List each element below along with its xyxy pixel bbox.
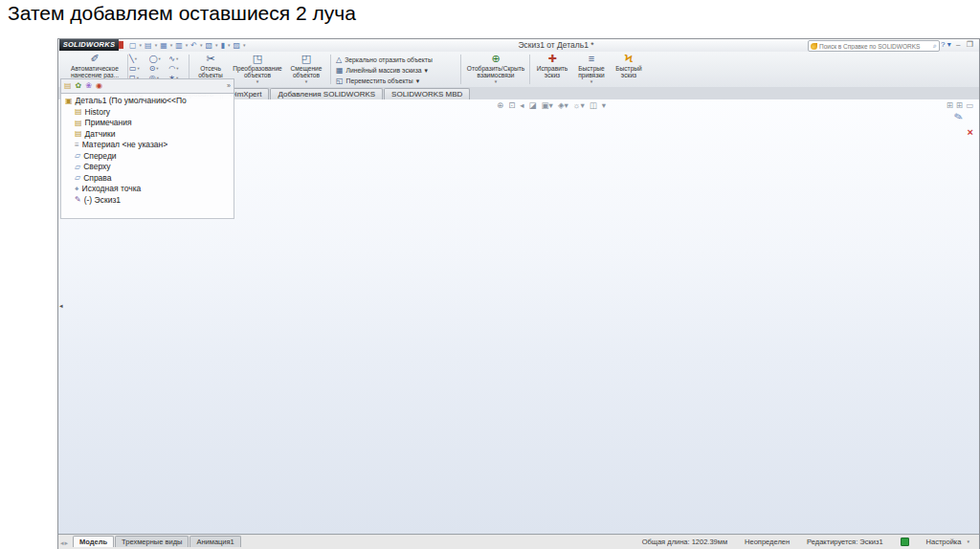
doc-tab-анимация1[interactable]: Анимация1 bbox=[189, 536, 240, 547]
tree-item[interactable]: ▤History bbox=[63, 107, 234, 119]
display-style-icon[interactable]: ◈▾ bbox=[558, 100, 568, 110]
scene-icon[interactable]: ▾ bbox=[602, 100, 606, 110]
sketch-entity-button[interactable]: ▭▾ bbox=[129, 64, 147, 73]
tree-item[interactable]: ⌖Исходная точка bbox=[63, 184, 234, 195]
selection-icon[interactable]: ▧ bbox=[206, 41, 213, 50]
dropdown-icon[interactable]: ▾ bbox=[425, 67, 428, 75]
options-icon[interactable]: ▨ bbox=[234, 41, 241, 50]
propertymanager-tab-icon[interactable]: ✿ bbox=[76, 82, 82, 90]
move-icon: ◱ bbox=[336, 77, 344, 85]
units-dropdown-icon[interactable]: ▾ bbox=[967, 538, 969, 544]
quick-snaps-button[interactable]: ≡ Быстрые привязки ▾ bbox=[573, 54, 610, 84]
tree-item[interactable]: ▱Сверху bbox=[63, 162, 234, 173]
print-icon[interactable]: ▥ bbox=[175, 41, 183, 50]
viewport-buttons: ⊞⊞▭ bbox=[947, 100, 973, 110]
dropdown-icon[interactable]: ▾ bbox=[186, 42, 189, 48]
viewport-single-icon[interactable]: ▭ bbox=[966, 100, 973, 110]
help-search-box[interactable]: Поиск в Справке по SOLIDWORKS ⌕ bbox=[808, 40, 940, 52]
dropdown-icon[interactable]: ▾ bbox=[155, 42, 158, 48]
convert-entities-button[interactable]: ◳ Преобразование объектов ▾ bbox=[232, 54, 283, 84]
tree-item[interactable]: ▱Справа bbox=[63, 173, 234, 185]
mirror-entities-button[interactable]: △ Зеркально отразить объекты bbox=[336, 55, 433, 64]
tab-solidworks-mbd[interactable]: SOLIDWORKS MBD bbox=[384, 88, 470, 99]
open-icon[interactable]: ▤ bbox=[145, 41, 152, 50]
dropdown-icon[interactable]: ▾ bbox=[200, 42, 203, 48]
zoom-fit-icon[interactable]: ⊕ bbox=[497, 100, 503, 110]
cancel-sketch-icon[interactable]: × bbox=[968, 126, 973, 138]
undo-icon[interactable]: ↶ bbox=[190, 41, 197, 50]
tab-scroll-icons[interactable]: ◂▸ bbox=[60, 539, 69, 547]
dropdown-icon[interactable]: ▾ bbox=[170, 42, 173, 48]
linear-pattern-button[interactable]: ▦ Линейный массив эскиза ▾ bbox=[336, 66, 428, 75]
dropdown-icon[interactable]: ▾ bbox=[305, 79, 308, 84]
dropdown-icon[interactable]: ▾ bbox=[140, 42, 143, 48]
sketch-entity-button[interactable]: ⊙▾ bbox=[149, 64, 167, 73]
sketch-entity-button[interactable]: ◠▾ bbox=[168, 64, 187, 73]
panel-expand-icon[interactable]: » bbox=[227, 82, 231, 90]
edit-appearance-icon[interactable]: ◫ bbox=[590, 100, 597, 110]
status-units[interactable]: Настройка bbox=[926, 538, 962, 546]
search-icon[interactable]: ⌕ bbox=[933, 42, 937, 50]
viewport-split-icon[interactable]: ⊞ bbox=[947, 100, 953, 110]
relations-icon: ⊕ bbox=[491, 54, 500, 64]
doc-tab-модель[interactable]: Модель bbox=[73, 536, 114, 547]
dimxpert-tab-icon[interactable]: ◉ bbox=[96, 82, 102, 90]
dropdown-icon[interactable]: ▾ bbox=[590, 79, 593, 84]
panel-collapse-icon[interactable]: ◂ bbox=[59, 302, 63, 310]
exit-sketch-icon[interactable]: ✎ bbox=[952, 110, 964, 124]
view-orientation-icon[interactable]: ▣▾ bbox=[542, 100, 553, 110]
ribbon-separator bbox=[460, 55, 461, 84]
tree-item-label: Спереди bbox=[83, 151, 116, 163]
display-relations-button[interactable]: ⊕ Отобразить/Скрыть взаимосвязи ▾ bbox=[466, 54, 525, 84]
help-button[interactable]: ? ▾ bbox=[941, 40, 951, 49]
search-input[interactable]: Поиск в Справке по SOLIDWORKS bbox=[819, 43, 931, 50]
dropdown-icon[interactable]: ▾ bbox=[256, 79, 259, 84]
featuremanager-tab-icon[interactable]: ▤ bbox=[64, 82, 72, 90]
move-entities-button[interactable]: ◱ Переместить объекты ▾ bbox=[336, 77, 419, 85]
offset-entities-button[interactable]: ◰ Смещение объектов ▾ bbox=[285, 54, 327, 84]
window-controls[interactable]: – ❐ bbox=[956, 40, 975, 49]
configuration-tab-icon[interactable]: ❀ bbox=[85, 82, 92, 90]
dropdown-icon[interactable]: ▾ bbox=[156, 64, 158, 73]
tree-item-icon: ▱ bbox=[75, 174, 80, 182]
doc-tab-трехмерные виды[interactable]: Трехмерные виды bbox=[115, 536, 189, 547]
dropdown-icon[interactable]: ▾ bbox=[215, 42, 218, 48]
dropdown-icon[interactable]: ▾ bbox=[138, 64, 140, 73]
tree-item[interactable]: ▱Спереди bbox=[63, 151, 234, 163]
offset-icon: ◰ bbox=[301, 54, 311, 64]
sketch-indicator-icon[interactable] bbox=[901, 538, 909, 546]
section-view-icon[interactable]: ◪ bbox=[529, 100, 537, 110]
new-icon[interactable]: ▢ bbox=[129, 41, 137, 50]
dropdown-icon[interactable]: ▾ bbox=[495, 79, 498, 84]
tree-item-label: History bbox=[85, 107, 110, 119]
sketch-entity-button[interactable]: ∿▾ bbox=[168, 55, 187, 63]
tab-добавления-solidworks[interactable]: Добавления SOLIDWORKS bbox=[270, 88, 383, 99]
dropdown-icon[interactable]: ▾ bbox=[243, 42, 246, 48]
dropdown-icon[interactable]: ▾ bbox=[135, 55, 137, 63]
tree-item-label: Материал <не указан> bbox=[82, 140, 168, 151]
repair-sketch-button[interactable]: ✚ Исправить эскиз bbox=[533, 54, 571, 78]
dropdown-icon[interactable]: ▾ bbox=[176, 64, 178, 73]
previous-view-icon[interactable]: ◂ bbox=[520, 100, 523, 110]
hide-show-items-icon[interactable]: ☼▾ bbox=[573, 100, 585, 110]
snaps-icon: ≡ bbox=[589, 54, 594, 64]
dropdown-icon[interactable]: ▾ bbox=[176, 55, 178, 63]
save-icon[interactable]: ▦ bbox=[160, 41, 167, 50]
rapid-sketch-button[interactable]: Ϟ Быстрый эскиз bbox=[612, 54, 646, 78]
tree-item[interactable]: ▤Датчики bbox=[63, 129, 234, 141]
tree-item[interactable]: ▤Примечания bbox=[63, 118, 234, 129]
viewport-grid-icon[interactable]: ⊞ bbox=[956, 100, 963, 110]
panel-tabs: ▤✿❀◉» bbox=[60, 78, 234, 94]
tree-item[interactable]: ▣Деталь1 (По умолчанию<<По bbox=[63, 96, 234, 107]
sketch-entity-button[interactable]: ◯▾ bbox=[149, 55, 167, 63]
dropdown-icon[interactable]: ▾ bbox=[416, 77, 419, 85]
appearance-icon[interactable]: ▮ bbox=[221, 41, 225, 50]
tree-item-icon: ≡ bbox=[75, 142, 79, 149]
tree-item[interactable]: ✎(-) Эскиз1 bbox=[63, 195, 234, 207]
dropdown-icon[interactable]: ▾ bbox=[228, 42, 231, 48]
zoom-area-icon[interactable]: ⊡ bbox=[508, 100, 515, 110]
sketch-entity-button[interactable]: ╲▾ bbox=[129, 55, 147, 63]
dropdown-icon[interactable]: ▾ bbox=[159, 55, 161, 63]
tree-item-label: Примечания bbox=[85, 118, 132, 129]
tree-item[interactable]: ≡Материал <не указан> bbox=[63, 140, 234, 151]
